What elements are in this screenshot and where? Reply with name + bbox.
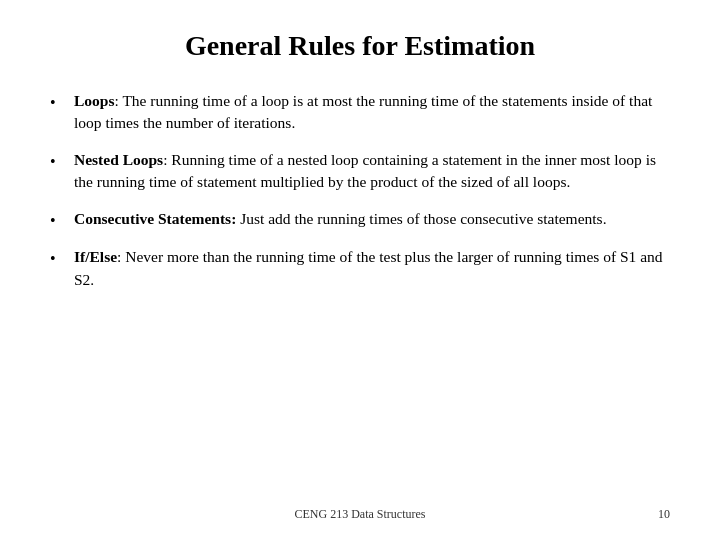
bullet-nested-loops: • Nested Loops: Running time of a nested… <box>50 149 670 194</box>
bullet-text-ifelse-body: : Never more than the running time of th… <box>74 248 663 287</box>
bullet-label-nested: Nested Loops <box>74 151 163 168</box>
bullet-dot-2: • <box>50 150 68 173</box>
bullet-text-consecutive: Consecutive Statements: Just add the run… <box>74 208 670 230</box>
bullet-ifelse: • If/Else: Never more than the running t… <box>50 246 670 291</box>
bullet-consecutive: • Consecutive Statements: Just add the r… <box>50 208 670 232</box>
bullet-text-loops-body: : The running time of a loop is at most … <box>74 92 652 131</box>
bullet-dot-1: • <box>50 91 68 114</box>
bullet-text-nested: Nested Loops: Running time of a nested l… <box>74 149 670 194</box>
bullet-text-consecutive-body: Just add the running times of those cons… <box>236 210 606 227</box>
footer-page: 10 <box>658 507 670 522</box>
bullet-label-loops: Loops <box>74 92 115 109</box>
bullet-loops: • Loops: The running time of a loop is a… <box>50 90 670 135</box>
bullet-text-ifelse: If/Else: Never more than the running tim… <box>74 246 670 291</box>
bullet-dot-4: • <box>50 247 68 270</box>
bullet-label-ifelse: If/Else <box>74 248 117 265</box>
footer-course: CENG 213 Data Structures <box>50 507 670 522</box>
bullet-dot-3: • <box>50 209 68 232</box>
slide-footer: CENG 213 Data Structures 10 <box>0 507 720 522</box>
slide-container: General Rules for Estimation • Loops: Th… <box>0 0 720 540</box>
slide-content: • Loops: The running time of a loop is a… <box>50 90 670 520</box>
slide-title: General Rules for Estimation <box>50 30 670 62</box>
bullet-text-loops: Loops: The running time of a loop is at … <box>74 90 670 135</box>
bullet-label-consecutive: Consecutive Statements: <box>74 210 236 227</box>
